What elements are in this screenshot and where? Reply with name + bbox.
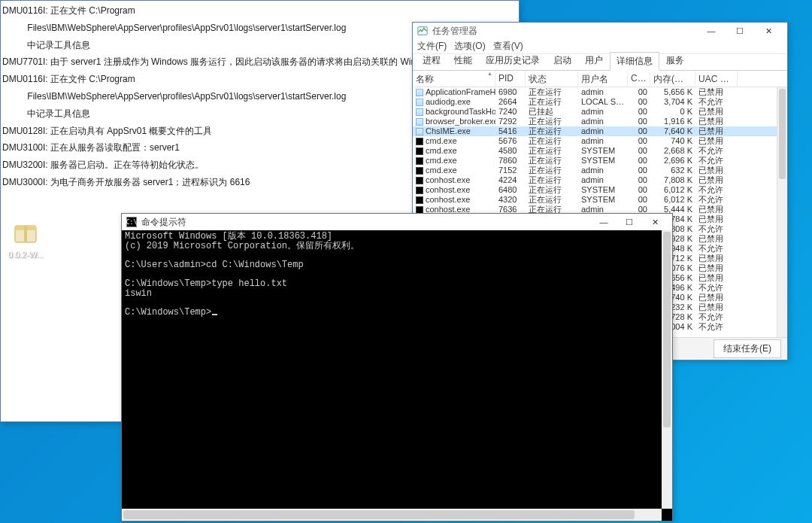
process-row[interactable]: cmd.exe4580正在运行SYSTEM002,668 K不允许: [413, 146, 787, 156]
cell-uac: 已禁用: [695, 205, 738, 214]
cell-name: cmd.exe: [413, 146, 495, 156]
cell-status: 已挂起: [526, 107, 578, 117]
cell-uac: 已禁用: [695, 293, 738, 303]
process-row[interactable]: conhost.exe4224正在运行admin007,808 K已禁用: [413, 175, 787, 185]
cell-cpu: 00: [628, 146, 650, 156]
cmd-vertical-scrollbar[interactable]: [662, 230, 672, 509]
cell-status: 正在运行: [526, 166, 578, 175]
col-name[interactable]: 名称▲: [413, 71, 495, 87]
cmd-line: iswin: [125, 289, 669, 299]
process-row[interactable]: cmd.exe7152正在运行admin00632 K已禁用: [413, 166, 787, 175]
cell-uac: 已禁用: [695, 263, 738, 273]
process-row[interactable]: conhost.exe4320正在运行SYSTEM006,012 K不允许: [413, 195, 787, 205]
cell-status: 正在运行: [526, 195, 578, 205]
cell-uac: 已禁用: [695, 273, 738, 283]
cell-mem: 7,640 K: [650, 126, 695, 136]
cell-uac: 已禁用: [695, 234, 738, 244]
process-icon: [416, 147, 423, 155]
cmd-window[interactable]: C:\ 命令提示符 — ☐ ✕ Microsoft Windows [版本 10…: [121, 213, 673, 521]
tab-详细信息[interactable]: 详细信息: [610, 52, 659, 71]
process-row[interactable]: ApplicationFrameH...6980正在运行admin005,656…: [413, 87, 787, 97]
task-manager-tabs[interactable]: 进程性能应用历史记录启动用户详细信息服务: [413, 54, 787, 71]
cell-name: cmd.exe: [413, 156, 495, 166]
end-task-button[interactable]: 结束任务(E): [714, 339, 781, 358]
cmd-close-button[interactable]: ✕: [642, 214, 668, 230]
scroll-thumb[interactable]: [663, 232, 671, 427]
cell-uac: 不允许: [695, 283, 738, 293]
process-row[interactable]: cmd.exe7860正在运行SYSTEM002,696 K不允许: [413, 156, 787, 166]
maximize-button[interactable]: ☐: [726, 23, 754, 38]
scroll-thumb[interactable]: [779, 89, 786, 179]
tab-用户[interactable]: 用户: [578, 51, 610, 70]
cell-mem: 632 K: [650, 166, 695, 175]
cell-uac: 已禁用: [695, 107, 738, 117]
cmd-console[interactable]: Microsoft Windows [版本 10.0.18363.418](c)…: [122, 230, 672, 521]
process-row[interactable]: conhost.exe6480正在运行SYSTEM006,012 K不允许: [413, 185, 787, 195]
col-mem[interactable]: 内存(活动的...: [650, 71, 695, 87]
cell-mem: 5,656 K: [650, 87, 695, 97]
cell-mem: 6,012 K: [650, 185, 695, 195]
cell-pid: 4320: [495, 195, 526, 205]
col-user[interactable]: 用户名: [578, 71, 628, 87]
cmd-line: C:\Windows\Temp>: [125, 308, 669, 318]
cmd-line: Microsoft Windows [版本 10.0.18363.418]: [125, 232, 669, 242]
cell-pid: 5676: [495, 136, 526, 146]
cell-mem: 2,668 K: [650, 146, 695, 156]
cell-name: browser_broker.exe: [413, 117, 495, 126]
process-icon: [416, 187, 423, 194]
cell-uac: 不允许: [695, 97, 738, 107]
cmd-titlebar[interactable]: C:\ 命令提示符 — ☐ ✕: [122, 214, 672, 230]
task-manager-title: 任务管理器: [432, 25, 477, 38]
tab-进程[interactable]: 进程: [416, 51, 447, 70]
process-row[interactable]: backgroundTaskHo...7240已挂起admin000 K已禁用: [413, 107, 787, 117]
cell-pid: 7152: [495, 166, 526, 175]
vertical-scrollbar[interactable]: [777, 87, 787, 337]
cell-user: SYSTEM: [578, 146, 628, 156]
tab-应用历史记录[interactable]: 应用历史记录: [479, 51, 547, 70]
task-manager-icon: [417, 26, 428, 36]
cmd-title-text: 命令提示符: [141, 216, 186, 229]
process-row[interactable]: browser_broker.exe7292正在运行admin001,916 K…: [413, 117, 787, 126]
cmd-line: C:\Users\admin>cd C:\Windows\Temp: [125, 260, 669, 270]
tab-性能[interactable]: 性能: [447, 51, 479, 70]
process-row[interactable]: ChsIME.exe5416正在运行admin007,640 K已禁用: [413, 126, 787, 136]
cell-user: admin: [578, 117, 628, 126]
cell-cpu: 00: [628, 195, 650, 205]
cmd-line: [125, 251, 669, 260]
process-row[interactable]: cmd.exe5676正在运行admin00740 K已禁用: [413, 136, 787, 146]
cell-uac: 不允许: [695, 146, 738, 156]
cell-status: 正在运行: [526, 136, 578, 146]
col-uac[interactable]: UAC 虚拟化: [695, 71, 738, 87]
cell-user: SYSTEM: [578, 156, 628, 166]
cell-cpu: 00: [628, 156, 650, 166]
tab-启动[interactable]: 启动: [547, 51, 578, 70]
cell-status: 正在运行: [526, 175, 578, 185]
desktop-icon-package[interactable]: 0.0.2-W...: [2, 218, 49, 259]
cell-user: SYSTEM: [578, 185, 628, 195]
process-icon: [416, 167, 423, 175]
cell-pid: 4580: [495, 146, 526, 156]
task-manager-titlebar[interactable]: 任务管理器 — ☐ ✕: [413, 23, 787, 39]
cell-status: 正在运行: [526, 156, 578, 166]
cmd-line: (c) 2019 Microsoft Corporation。保留所有权利。: [125, 242, 669, 251]
cell-uac: 已禁用: [695, 254, 738, 263]
cell-cpu: 00: [628, 175, 650, 185]
col-pid[interactable]: PID: [495, 71, 526, 87]
cmd-minimize-button[interactable]: —: [591, 214, 617, 230]
scroll-thumb[interactable]: [123, 510, 635, 519]
close-button[interactable]: ✕: [754, 23, 783, 38]
process-header-row[interactable]: 名称▲ PID 状态 用户名 CPU 内存(活动的... UAC 虚拟化: [413, 71, 787, 87]
process-row[interactable]: audiodg.exe2664正在运行LOCAL SER...003,704 K…: [413, 97, 787, 107]
cell-pid: 7292: [495, 117, 526, 126]
cell-cpu: 00: [628, 107, 650, 117]
cell-mem: 6,012 K: [650, 195, 695, 205]
cmd-horizontal-scrollbar[interactable]: [122, 509, 662, 521]
tab-服务[interactable]: 服务: [659, 51, 691, 70]
cell-user: admin: [578, 87, 628, 97]
col-status[interactable]: 状态: [526, 71, 578, 87]
col-cpu[interactable]: CPU: [628, 71, 650, 87]
process-icon: [416, 138, 423, 145]
cmd-maximize-button[interactable]: ☐: [617, 214, 642, 230]
cell-uac: 已禁用: [695, 166, 738, 175]
minimize-button[interactable]: —: [697, 23, 726, 38]
